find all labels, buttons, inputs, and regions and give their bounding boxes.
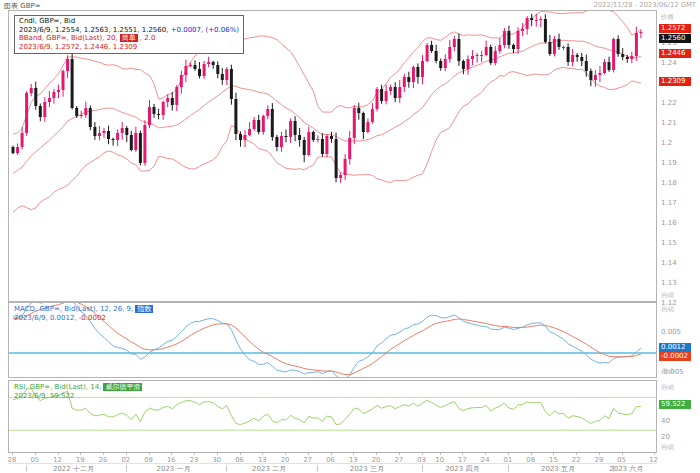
axis-value-badge: 0.0012 bbox=[659, 343, 691, 352]
week-tick-mark bbox=[262, 453, 263, 455]
macd-legend-values-row: 2023/6/9, 0.0012, -0.0002 bbox=[14, 314, 155, 323]
month-label: 2023 四月 bbox=[445, 464, 479, 473]
axis-value-badge: 1.2572 bbox=[659, 24, 691, 33]
candlestick-chart bbox=[9, 11, 656, 301]
macd-value: 2023/6/9, 0.0012, bbox=[14, 314, 77, 322]
month-label: 2023 二月 bbox=[252, 464, 286, 473]
axis-value-badge: 59.522 bbox=[659, 400, 691, 409]
price-tick-label: 1.14 bbox=[661, 259, 677, 267]
month-separator bbox=[317, 465, 318, 472]
week-tick-mark bbox=[308, 453, 309, 455]
auto-scale-label: 自动 bbox=[661, 368, 674, 375]
week-tick-label: 12 bbox=[649, 456, 658, 464]
week-tick-label: 06 bbox=[235, 456, 244, 464]
month-label: 2023 五月 bbox=[541, 464, 575, 473]
week-tick-mark bbox=[240, 453, 241, 455]
week-tick-label: 30 bbox=[212, 456, 221, 464]
macd-panel[interactable]: MACD, GBP=, Bid(Last), 12, 26, 9,指数 2023… bbox=[8, 302, 657, 378]
chart-window: 图表 GBP= 2022/11/28 - 2023/06/12 GMT Cndl… bbox=[0, 0, 700, 473]
week-tick-mark bbox=[285, 453, 286, 455]
price-tick-label: 1.17 bbox=[661, 199, 677, 207]
week-tick-label: 13 bbox=[258, 456, 267, 464]
rsi-tick-label: 20 bbox=[661, 433, 670, 441]
auto-scale-label: 自动 bbox=[661, 292, 674, 299]
month-label: 2023 六月 bbox=[609, 464, 643, 473]
price-tick-label: 1.22 bbox=[661, 99, 677, 107]
week-tick-label: 05 bbox=[617, 456, 626, 464]
price-tick-label: 1.2 bbox=[661, 139, 672, 147]
week-tick-mark bbox=[576, 453, 577, 455]
price-tick-label: 1.18 bbox=[661, 179, 677, 187]
week-tick-label: 23 bbox=[190, 456, 199, 464]
axis-value-badge: 1.2446 bbox=[659, 49, 691, 58]
week-tick-mark bbox=[531, 453, 532, 455]
price-panel[interactable]: Cndl, GBP=, Bid 2023/6/9, 1.2554, 1.2563… bbox=[8, 10, 657, 302]
week-tick-mark bbox=[217, 453, 218, 455]
week-tick-mark bbox=[399, 453, 400, 455]
week-tick-mark bbox=[422, 453, 423, 455]
week-tick-label: 08 bbox=[526, 456, 535, 464]
week-tick-label: 06 bbox=[326, 456, 335, 464]
macd-ma-type-chip[interactable]: 指数 bbox=[135, 305, 153, 313]
month-label: 2022 十二月 bbox=[53, 464, 94, 473]
macd-params: MACD, GBP=, Bid(Last), 12, 26, 9, bbox=[14, 305, 133, 313]
rsi-smoothing-chip[interactable]: 威尔德平滑 bbox=[103, 383, 142, 391]
price-tick-label: 1.24 bbox=[661, 59, 677, 67]
month-separator bbox=[508, 465, 509, 472]
macd-legend-title-row: MACD, GBP=, Bid(Last), 12, 26, 9,指数 bbox=[14, 305, 155, 314]
week-tick-label: 10 bbox=[435, 456, 444, 464]
week-tick-label: 12 bbox=[53, 456, 62, 464]
legend-bband-params: BBand, GBP=, Bid(Last), 20, bbox=[19, 34, 118, 42]
value-axis-column[interactable]: 1.251.241.231.221.211.21.191.181.171.161… bbox=[658, 0, 700, 473]
week-tick-mark bbox=[194, 453, 195, 455]
week-tick-mark bbox=[508, 453, 509, 455]
legend-ohlc-row: 2023/6/9, 1.2554, 1.2563, 1.2551, 1.2560… bbox=[19, 26, 239, 35]
legend-bband-values: 2023/6/9, 1.2572, 1.2446, 1.2309 bbox=[19, 43, 239, 52]
week-tick-label: 22 bbox=[572, 456, 581, 464]
week-tick-label: 20 bbox=[372, 456, 381, 464]
rsi-panel[interactable]: RSI, GBP=, Bid(Last), 14,威尔德平滑 2023/6/9,… bbox=[8, 380, 657, 453]
macd-hist-value: -0.0002 bbox=[79, 314, 106, 322]
price-tick-label: 1.15 bbox=[661, 239, 677, 247]
rsi-legend[interactable]: RSI, GBP=, Bid(Last), 14,威尔德平滑 2023/6/9,… bbox=[14, 383, 144, 400]
week-tick-label: 19 bbox=[76, 456, 85, 464]
week-tick-mark bbox=[654, 453, 655, 455]
week-tick-mark bbox=[462, 453, 463, 455]
time-axis[interactable]: 2805121926020916233006132027061320270310… bbox=[8, 453, 657, 473]
month-separator bbox=[226, 465, 227, 472]
week-tick-mark bbox=[622, 453, 623, 455]
week-tick-mark bbox=[12, 453, 13, 455]
bband-ma-type-chip[interactable]: 简单 bbox=[120, 34, 138, 42]
legend-bband-mult: , 2.0 bbox=[140, 34, 156, 42]
price-axis-caption: 价格 bbox=[661, 14, 674, 21]
week-tick-mark bbox=[126, 453, 127, 455]
week-tick-label: 24 bbox=[481, 456, 490, 464]
axis-value-badge: 1.2309 bbox=[659, 77, 691, 86]
month-label: 2023 一月 bbox=[156, 464, 190, 473]
week-tick-label: 27 bbox=[394, 456, 403, 464]
month-separator bbox=[422, 465, 423, 472]
week-tick-label: 03 bbox=[417, 456, 426, 464]
axis-value-badge: 1.2560 bbox=[659, 34, 691, 43]
week-tick-label: 01 bbox=[504, 456, 513, 464]
week-tick-mark bbox=[58, 453, 59, 455]
week-tick-label: 02 bbox=[121, 456, 130, 464]
week-tick-mark bbox=[376, 453, 377, 455]
legend-change-values: +0.0007, (+0.06%) bbox=[171, 26, 239, 34]
auto-scale-label: 自动 bbox=[661, 444, 674, 451]
month-separator bbox=[126, 465, 127, 472]
week-tick-label: 09 bbox=[144, 456, 153, 464]
week-tick-mark bbox=[485, 453, 486, 455]
week-tick-mark bbox=[553, 453, 554, 455]
price-legend[interactable]: Cndl, GBP=, Bid 2023/6/9, 1.2554, 1.2563… bbox=[14, 15, 244, 54]
week-tick-label: 20 bbox=[281, 456, 290, 464]
macd-legend[interactable]: MACD, GBP=, Bid(Last), 12, 26, 9,指数 2023… bbox=[14, 305, 155, 322]
legend-ohlc-values: 2023/6/9, 1.2554, 1.2563, 1.2551, 1.2560… bbox=[19, 26, 168, 34]
week-tick-label: 17 bbox=[458, 456, 467, 464]
title-bar: 图表 GBP= 2022/11/28 - 2023/06/12 GMT bbox=[0, 0, 700, 10]
price-tick-label: 1.13 bbox=[661, 279, 677, 287]
week-tick-mark bbox=[103, 453, 104, 455]
macd-tick-label: 0.005 bbox=[661, 328, 681, 336]
week-tick-mark bbox=[353, 453, 354, 455]
rsi-tick-label: 40 bbox=[661, 417, 670, 425]
